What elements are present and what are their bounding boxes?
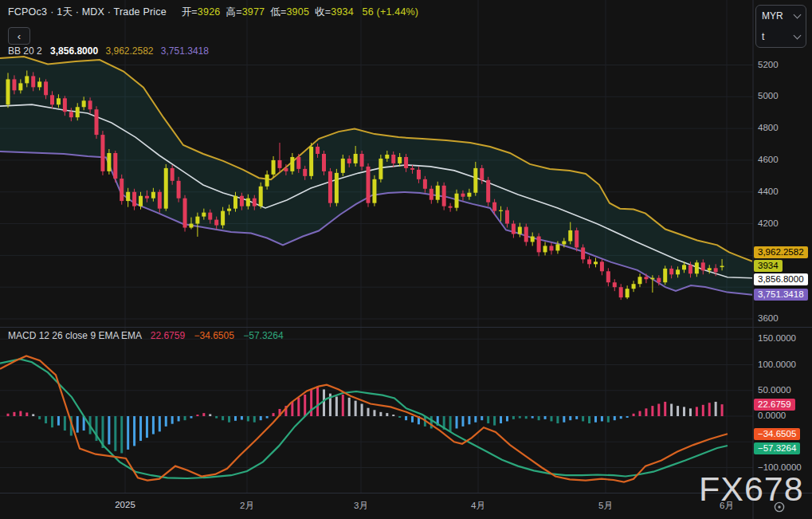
macd-histogram-bar: [392, 415, 394, 416]
chevron-down-icon: [794, 11, 802, 19]
candle-body: [524, 227, 528, 242]
macd-histogram-bar: [348, 398, 351, 416]
candle-body: [650, 278, 654, 280]
macd-histogram-bar: [449, 416, 452, 431]
candle-body: [467, 193, 471, 197]
macd-value-badge: 22.6759: [754, 399, 795, 411]
candle-body: [31, 76, 35, 87]
macd-histogram-bar: [607, 416, 610, 423]
candle-body: [512, 224, 516, 234]
candle-body: [657, 278, 661, 283]
ohlc-pair: 低=3905: [270, 6, 309, 18]
symbol-header[interactable]: FCPOc3· 1天 · MDX · Trade Price 开=3926高=3…: [8, 6, 418, 19]
macd-histogram-bar: [241, 416, 243, 420]
macd-histogram-bar: [670, 404, 673, 416]
candle-body: [126, 192, 130, 201]
bb-lower-value: 3,751.3418: [161, 45, 209, 57]
candle-body: [379, 159, 382, 179]
macd-third-value: −57.3264: [243, 330, 283, 341]
macd-histogram-bar: [651, 406, 653, 416]
macd-histogram-bar: [721, 404, 724, 416]
macd-histogram-bar: [708, 403, 711, 416]
candle-body: [676, 269, 680, 274]
candle-body: [265, 175, 269, 187]
unit-dropdown[interactable]: t: [756, 26, 806, 47]
price-badge: 3934: [754, 260, 783, 272]
candle-body: [208, 213, 212, 220]
candle-body: [720, 266, 724, 268]
macd-histogram-bar: [614, 416, 616, 420]
time-tick-label: 2月: [240, 500, 254, 512]
macd-histogram-bar: [556, 416, 559, 423]
macd-histogram-bar: [133, 416, 135, 446]
candle-body: [606, 271, 610, 282]
macd-histogram-bar: [563, 416, 565, 423]
ohlc-values: 开=3926高=3977低=3905收=3934: [176, 6, 354, 18]
unit-value: t: [762, 31, 764, 42]
macd-histogram-bar: [677, 406, 679, 416]
candle-body: [372, 179, 376, 203]
candle-body: [164, 168, 168, 209]
chevron-down-icon: [794, 32, 802, 40]
macd-histogram-bar: [689, 408, 692, 416]
candle-body: [644, 277, 648, 279]
currency-dropdown[interactable]: MYR: [756, 6, 806, 26]
macd-histogram-bar: [266, 416, 269, 419]
price-tick-label: 4200: [758, 218, 779, 228]
candle-body: [322, 154, 326, 171]
candle-body: [195, 217, 199, 224]
back-button[interactable]: ‹: [8, 27, 30, 45]
time-tick-label: 2025: [115, 500, 135, 509]
visibility-icon[interactable]: [772, 501, 787, 513]
candle-body: [461, 194, 465, 197]
trading-chart-app: FCPOc3· 1天 · MDX · Trade Price 开=3926高=3…: [0, 0, 812, 519]
macd-histogram-bar: [159, 416, 161, 431]
macd-histogram-bar: [323, 389, 325, 416]
macd-histogram-bar: [32, 414, 34, 416]
macd-histogram-bar: [544, 416, 547, 419]
candle-body: [619, 287, 623, 297]
candle-body: [455, 194, 459, 208]
candle-body: [120, 179, 124, 201]
macd-indicator-row[interactable]: MACD 12 26 close 9 EMA EMA 22.6759 −34.6…: [8, 330, 284, 341]
bb-indicator-row[interactable]: BB 20 2 3,856.8000 3,962.2582 3,751.3418: [8, 45, 209, 57]
candle-body: [587, 259, 591, 264]
macd-histogram-bar: [456, 416, 458, 428]
candle-body: [309, 147, 313, 176]
candle-body: [442, 186, 446, 206]
macd-histogram-bar: [355, 401, 357, 416]
macd-histogram-bar: [386, 413, 388, 416]
macd-histogram-bar: [291, 402, 293, 416]
back-arrow-icon: ‹: [18, 30, 21, 42]
macd-histogram-bar: [38, 416, 41, 419]
candle-body: [449, 206, 453, 208]
candle-body: [688, 265, 692, 273]
macd-tick-label: 50.0000: [758, 385, 791, 395]
candle-body: [695, 262, 699, 273]
macd-histogram-bar: [601, 416, 603, 421]
ohlc-pair: 收=3934: [315, 6, 354, 18]
macd-histogram-bar: [702, 405, 704, 416]
candle-body: [107, 153, 111, 171]
macd-histogram-bar: [361, 404, 363, 416]
candle-body: [189, 224, 193, 228]
price-chart-canvas[interactable]: [0, 0, 812, 519]
candle-body: [430, 189, 433, 200]
currency-unit-selector: MYR t: [755, 5, 806, 48]
candle-body: [246, 199, 250, 206]
macd-histogram-bar: [253, 416, 256, 423]
candle-body: [341, 159, 345, 173]
macd-histogram-bar: [51, 416, 53, 427]
candle-body: [44, 81, 48, 95]
candle-body: [50, 95, 54, 104]
candle-body: [290, 157, 294, 171]
candle-body: [549, 246, 553, 250]
macd-histogram-bar: [297, 398, 300, 416]
macd-histogram-bar: [575, 416, 578, 419]
macd-histogram-bar: [57, 416, 60, 426]
macd-fast-value: 22.6759: [151, 330, 185, 341]
candle-body: [473, 168, 477, 193]
macd-histogram-bar: [139, 416, 142, 441]
candle-body: [139, 196, 143, 206]
candle-body: [227, 209, 231, 211]
